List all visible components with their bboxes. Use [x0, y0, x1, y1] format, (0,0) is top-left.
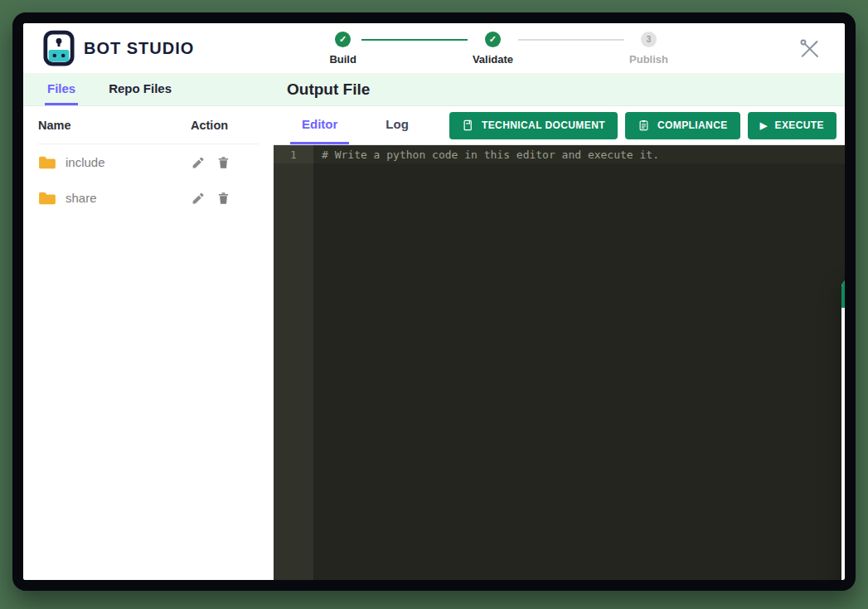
settings-tools-button[interactable]: [795, 34, 823, 62]
delete-button[interactable]: [216, 155, 230, 170]
files-sidebar: Name Action include: [23, 106, 274, 580]
folder-icon: [38, 155, 56, 170]
delete-button[interactable]: [216, 191, 230, 206]
guidelines-title: Guidelines: [852, 288, 856, 300]
folder-name: share: [65, 191, 97, 205]
pencil-icon: [191, 191, 206, 206]
stepper-connector-done: [361, 39, 468, 41]
sidebar-tabs: Files Repo Files: [23, 73, 274, 105]
robot-logo-icon: [43, 30, 75, 66]
step-label: Validate: [473, 53, 513, 66]
guidelines-list: Compliance ›: [841, 348, 856, 591]
search-input[interactable]: [851, 317, 856, 342]
guidelines-item-contact-us[interactable]: Contact us ›: [852, 574, 856, 591]
step-publish[interactable]: 3 Publish: [629, 32, 668, 66]
file-row-share[interactable]: share: [38, 180, 259, 216]
tab-editor[interactable]: Editor: [290, 106, 349, 144]
code-line: # Write a python code in this editor and…: [313, 145, 845, 163]
column-header-name: Name: [38, 119, 191, 132]
app-window: BOT STUDIO ✓ Build ✓ Validate 3 Publish: [12, 12, 856, 591]
guidelines-item-publish[interactable]: Publish ›: [852, 537, 856, 575]
stepper-connector-todo: [518, 39, 624, 41]
guidelines-item-compliance[interactable]: Compliance ›: [852, 348, 856, 386]
guidelines-item-code-editor[interactable]: Code Editor ›: [852, 461, 856, 499]
step-build[interactable]: ✓ Build: [329, 32, 356, 66]
section-bar: Files Repo Files Output File: [23, 73, 845, 106]
code-area[interactable]: # Write a python code in this editor and…: [313, 145, 845, 580]
tab-log[interactable]: Log: [374, 106, 420, 144]
file-table-header: Name Action: [38, 106, 259, 144]
column-header-action: Action: [191, 119, 259, 132]
bot-studio-logo: BOT STUDIO: [43, 30, 194, 66]
file-row-include[interactable]: include: [38, 144, 259, 180]
check-circle-icon: ✓: [335, 32, 351, 47]
guidelines-item-chatgpt[interactable]: ChatGPT ›: [852, 423, 856, 461]
play-icon: ▶: [760, 121, 768, 130]
crossed-tools-icon: [798, 37, 821, 60]
check-circle-icon: ✓: [485, 32, 501, 47]
technical-document-button[interactable]: TECHNICAL DOCUMENT: [449, 112, 618, 139]
app-title: BOT STUDIO: [84, 39, 194, 58]
line-number-gutter: 1: [274, 145, 313, 580]
rename-button[interactable]: [191, 191, 206, 206]
guidelines-item-validate[interactable]: Validate ›: [852, 499, 856, 537]
guidelines-header[interactable]: Guidelines ×: [841, 280, 856, 308]
line-number: 1: [274, 145, 313, 163]
folder-name: include: [65, 155, 105, 169]
step-label: Publish: [629, 53, 668, 66]
tab-repo-files[interactable]: Repo Files: [106, 73, 174, 105]
editor-pane: Editor Log TECHNICAL DOCUMENT: [274, 106, 845, 580]
compliance-button[interactable]: COMPLIANCE: [625, 112, 740, 139]
guidelines-panel: Guidelines ×: [841, 280, 856, 591]
clipboard-icon: [638, 119, 650, 132]
guidelines-item-bot-studio[interactable]: Bot studio ›: [852, 386, 856, 424]
tab-files[interactable]: Files: [45, 73, 78, 105]
code-editor[interactable]: 1 # Write a python code in this editor a…: [274, 145, 845, 580]
execute-button[interactable]: ▶ EXECUTE: [748, 112, 836, 139]
output-file-title: Output File: [274, 73, 370, 105]
step-validate[interactable]: ✓ Validate: [473, 32, 513, 66]
progress-stepper: ✓ Build ✓ Validate 3 Publish: [329, 32, 668, 66]
trash-icon: [216, 155, 230, 170]
editor-toolbar: Editor Log TECHNICAL DOCUMENT: [274, 106, 845, 145]
top-header: BOT STUDIO ✓ Build ✓ Validate 3 Publish: [23, 23, 845, 73]
pencil-icon: [191, 155, 206, 170]
rename-button[interactable]: [191, 155, 206, 170]
document-icon: [462, 119, 474, 132]
step-number-circle: 3: [641, 32, 657, 47]
trash-icon: [216, 191, 230, 206]
folder-icon: [38, 191, 56, 206]
step-label: Build: [329, 53, 356, 66]
